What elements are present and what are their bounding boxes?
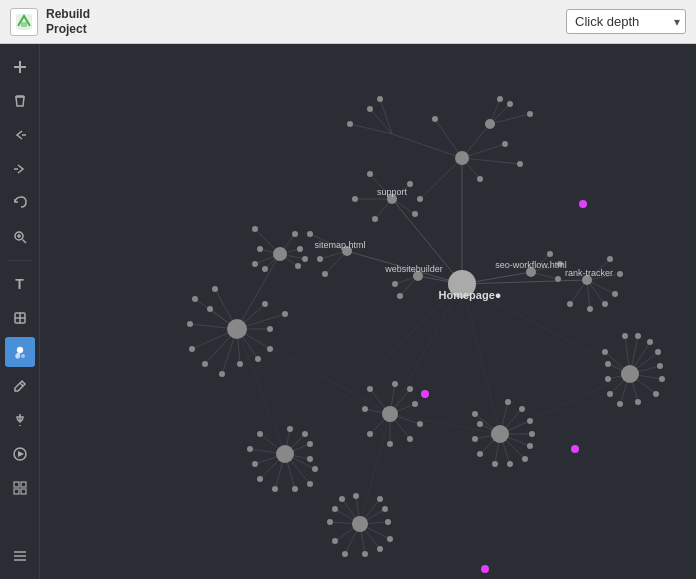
svg-point-246	[353, 493, 359, 499]
back-tool-button[interactable]	[5, 120, 35, 150]
svg-point-273	[635, 333, 641, 339]
svg-point-198	[267, 346, 273, 352]
delete-tool-button[interactable]	[5, 86, 35, 116]
svg-point-192	[189, 346, 195, 352]
svg-point-226	[257, 476, 263, 482]
svg-point-164	[497, 96, 503, 102]
svg-point-151	[455, 151, 469, 165]
svg-point-237	[327, 519, 333, 525]
svg-point-201	[219, 371, 225, 377]
svg-line-31	[350, 124, 392, 134]
zoom-search-button[interactable]	[5, 222, 35, 252]
svg-point-174	[322, 271, 328, 277]
svg-point-205	[257, 246, 263, 252]
websitebuilder-label: websitebuilder	[384, 264, 443, 274]
svg-rect-16	[14, 482, 19, 487]
svg-point-247	[339, 496, 345, 502]
svg-point-200	[237, 361, 243, 367]
svg-line-32	[380, 99, 392, 134]
svg-point-276	[421, 390, 429, 398]
pin-tool-button[interactable]	[5, 405, 35, 435]
svg-point-245	[377, 496, 383, 502]
rank-tracker-label: rank-tracker	[565, 268, 613, 278]
svg-point-267	[635, 399, 641, 405]
svg-line-145	[462, 284, 500, 434]
support-label: support	[377, 187, 408, 197]
svg-point-11	[17, 347, 23, 353]
svg-point-243	[385, 519, 391, 525]
add-tool-button[interactable]	[5, 52, 35, 82]
svg-point-216	[387, 441, 393, 447]
svg-point-213	[367, 386, 373, 392]
svg-rect-19	[21, 489, 26, 494]
svg-point-249	[472, 411, 478, 417]
svg-point-274	[622, 333, 628, 339]
svg-point-272	[647, 339, 653, 345]
svg-line-147	[285, 284, 462, 454]
edit-tool-button[interactable]	[5, 371, 35, 401]
svg-point-168	[407, 181, 413, 187]
svg-line-28	[462, 158, 520, 164]
svg-point-193	[202, 361, 208, 367]
grid-tool-button[interactable]	[5, 473, 35, 503]
svg-point-271	[655, 349, 661, 355]
sidebar-bottom	[5, 541, 35, 571]
svg-point-183	[607, 256, 613, 262]
svg-line-24	[392, 134, 462, 158]
svg-point-185	[612, 291, 618, 297]
svg-point-169	[412, 211, 418, 217]
svg-point-212	[382, 406, 398, 422]
svg-point-209	[297, 246, 303, 252]
play-tool-button[interactable]	[5, 439, 35, 469]
svg-point-188	[567, 301, 573, 307]
svg-point-239	[342, 551, 348, 557]
svg-point-230	[312, 466, 318, 472]
svg-point-269	[659, 376, 665, 382]
svg-point-268	[653, 391, 659, 397]
svg-point-184	[617, 271, 623, 277]
svg-point-207	[252, 261, 258, 267]
svg-point-277	[571, 445, 579, 453]
svg-point-165	[367, 171, 373, 177]
click-depth-select[interactable]: Click depth12345	[566, 9, 686, 34]
svg-point-253	[492, 461, 498, 467]
undo-tool-button[interactable]	[5, 188, 35, 218]
svg-line-13	[20, 383, 23, 386]
svg-rect-1	[21, 22, 27, 27]
text-tool-button[interactable]: T	[5, 269, 35, 299]
svg-point-234	[287, 426, 293, 432]
svg-point-186	[602, 301, 608, 307]
svg-point-197	[267, 326, 273, 332]
svg-line-143	[500, 374, 630, 434]
svg-point-153	[367, 106, 373, 112]
svg-point-250	[477, 421, 483, 427]
sitemap-label: sitemap.html	[314, 240, 365, 250]
svg-point-194	[212, 286, 218, 292]
svg-marker-15	[18, 451, 24, 457]
svg-rect-18	[14, 489, 19, 494]
svg-point-12	[21, 354, 25, 358]
graph-canvas[interactable]: support sitemap.html websitebuilder seo-…	[40, 44, 696, 579]
svg-point-256	[527, 443, 533, 449]
svg-point-257	[529, 431, 535, 437]
svg-point-167	[372, 216, 378, 222]
click-depth-wrapper[interactable]: Click depth12345	[566, 9, 686, 34]
paint-tool-button[interactable]	[5, 337, 35, 367]
frame-tool-button[interactable]	[5, 303, 35, 333]
svg-point-236	[332, 506, 338, 512]
svg-point-258	[527, 418, 533, 424]
svg-point-231	[307, 456, 313, 462]
svg-point-240	[362, 551, 368, 557]
svg-point-259	[519, 406, 525, 412]
svg-line-142	[390, 414, 500, 434]
homepage-label: Homepage●	[439, 289, 502, 301]
svg-point-160	[477, 176, 483, 182]
header-left: Rebuild Project	[10, 7, 90, 36]
svg-point-242	[387, 536, 393, 542]
forward-tool-button[interactable]	[5, 154, 35, 184]
menu-tool-button[interactable]	[5, 541, 35, 571]
svg-point-158	[502, 141, 508, 147]
svg-point-264	[605, 376, 611, 382]
svg-rect-17	[21, 482, 26, 487]
svg-point-187	[587, 306, 593, 312]
